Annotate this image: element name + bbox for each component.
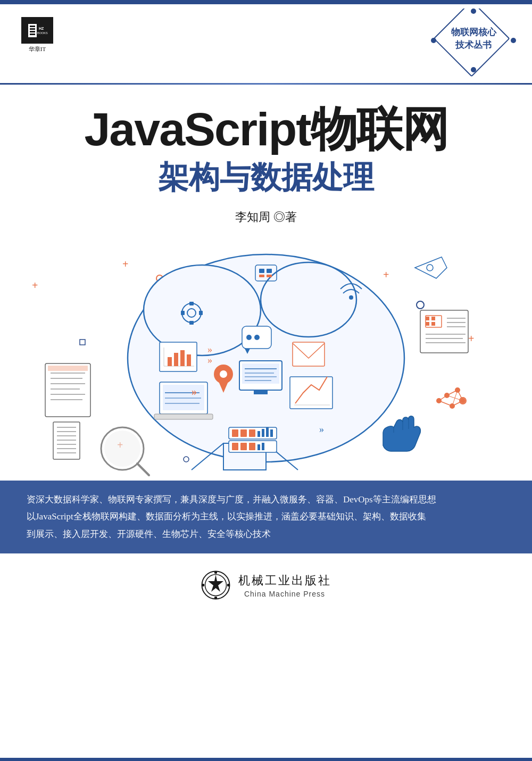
svg-text:HZ: HZ <box>39 27 44 30</box>
svg-rect-145 <box>214 597 217 599</box>
info-line-3: 到展示、接入层开发、开源硬件、生物芯片、安全等核心技术 <box>27 526 505 543</box>
publisher-name-block: 机械工业出版社 China Machine Press <box>238 573 331 598</box>
svg-text:»: » <box>207 344 212 355</box>
svg-rect-79 <box>189 302 194 305</box>
svg-text:技术丛书: 技术丛书 <box>455 40 492 50</box>
svg-rect-105 <box>431 317 435 320</box>
publisher-name-en: China Machine Press <box>238 590 331 598</box>
title-area: JavaScript物联网 架构与数据处理 李知周 ◎著 <box>0 85 532 230</box>
info-line-2: 以JavaScript全栈物联网构建、数据面分析为主线，以实操推进，涵盖必要基础… <box>27 508 505 525</box>
svg-point-58 <box>254 335 260 340</box>
svg-rect-71 <box>249 443 255 450</box>
svg-line-132 <box>137 464 149 475</box>
logo-box: HZ BOOKS <box>21 17 53 44</box>
info-line-1: 资深大数据科学家、物联网专家撰写，兼具深度与广度，并融入微服务、容器、DevOp… <box>27 491 505 508</box>
svg-point-57 <box>246 335 252 340</box>
info-bar: 资深大数据科学家、物联网专家撰写，兼具深度与广度，并融入微服务、容器、DevOp… <box>0 481 532 553</box>
svg-rect-37 <box>259 275 264 277</box>
svg-rect-86 <box>45 363 90 417</box>
publisher-emblem: 机械工业出版社 China Machine Press <box>201 570 331 600</box>
svg-rect-107 <box>431 322 435 326</box>
svg-text:»: » <box>319 424 324 435</box>
iot-badge: 物联网核心 技术丛书 <box>431 14 516 78</box>
top-bar <box>0 0 532 4</box>
svg-point-30 <box>261 262 356 337</box>
book-illustration: + + + + + + <box>0 236 532 481</box>
svg-text:+: + <box>468 333 474 344</box>
svg-text:»: » <box>192 386 197 398</box>
svg-rect-144 <box>214 571 217 574</box>
main-title: JavaScript物联网 <box>11 106 521 153</box>
svg-rect-106 <box>426 322 429 326</box>
svg-point-11 <box>471 67 476 72</box>
svg-rect-43 <box>174 353 178 366</box>
svg-text:+: + <box>32 279 38 291</box>
svg-rect-4 <box>30 31 35 32</box>
svg-rect-51 <box>254 390 268 394</box>
svg-text:+: + <box>122 258 128 270</box>
svg-rect-66 <box>262 429 264 437</box>
svg-line-123 <box>439 395 447 401</box>
svg-point-129 <box>427 264 433 271</box>
svg-rect-64 <box>249 429 255 437</box>
svg-point-10 <box>511 38 516 43</box>
svg-text:物联网核心: 物联网核心 <box>451 27 497 37</box>
svg-rect-36 <box>267 269 272 273</box>
illustration-area: + + + + + + <box>0 236 532 481</box>
svg-rect-93 <box>48 366 88 371</box>
publisher-logo: HZ BOOKS 华章IT <box>16 14 59 56</box>
svg-line-122 <box>439 401 452 406</box>
svg-point-48 <box>220 370 227 378</box>
svg-rect-146 <box>202 584 204 586</box>
svg-point-25 <box>184 457 189 462</box>
svg-rect-44 <box>180 350 185 366</box>
svg-rect-2 <box>30 26 35 27</box>
svg-rect-69 <box>232 443 238 450</box>
svg-rect-3 <box>30 28 35 30</box>
svg-text:»: » <box>207 355 212 366</box>
svg-rect-147 <box>227 584 230 586</box>
svg-rect-68 <box>270 429 273 437</box>
sub-title: 架构与数据处理 <box>11 157 521 198</box>
svg-point-140 <box>349 295 353 300</box>
svg-rect-63 <box>240 429 247 437</box>
svg-rect-26 <box>80 340 85 345</box>
svg-rect-42 <box>168 357 172 366</box>
logo-text: 华章IT <box>29 45 46 53</box>
bottom-bar <box>0 758 532 761</box>
svg-point-12 <box>431 38 436 43</box>
publisher-emblem-icon <box>201 570 230 600</box>
svg-rect-81 <box>181 311 185 315</box>
publisher-name-cn: 机械工业出版社 <box>238 573 331 589</box>
svg-rect-35 <box>259 269 264 273</box>
svg-rect-73 <box>262 443 264 450</box>
svg-rect-75 <box>290 377 332 409</box>
svg-rect-67 <box>266 427 269 437</box>
svg-rect-65 <box>257 431 260 437</box>
svg-rect-104 <box>426 317 429 320</box>
svg-rect-74 <box>293 342 325 366</box>
svg-rect-134 <box>163 385 204 410</box>
svg-rect-72 <box>257 444 260 450</box>
svg-point-22 <box>417 301 424 309</box>
svg-point-131 <box>104 431 140 467</box>
svg-rect-80 <box>189 321 194 325</box>
author-line: 李知周 ◎著 <box>11 209 521 225</box>
publisher-footer: 机械工业出版社 China Machine Press <box>0 553 532 617</box>
svg-rect-38 <box>267 275 272 277</box>
svg-text:+: + <box>383 269 389 280</box>
svg-rect-62 <box>232 429 238 437</box>
header: HZ BOOKS 华章IT 物联网核心 技术丛书 <box>0 4 532 83</box>
svg-point-9 <box>471 9 476 14</box>
svg-rect-5 <box>30 34 35 35</box>
svg-text:BOOKS: BOOKS <box>37 31 48 35</box>
svg-rect-70 <box>240 443 247 450</box>
svg-rect-82 <box>199 311 203 315</box>
svg-marker-143 <box>208 575 223 592</box>
svg-rect-135 <box>154 414 213 419</box>
svg-rect-45 <box>187 354 191 366</box>
